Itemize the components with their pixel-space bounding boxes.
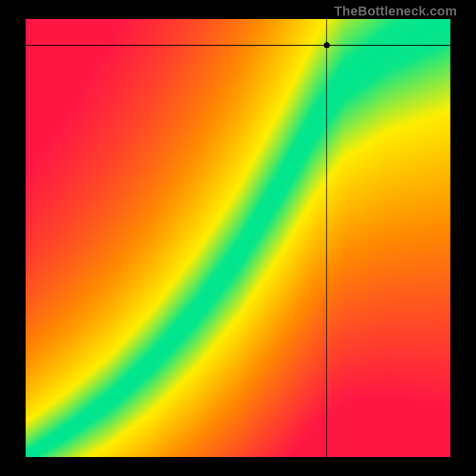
watermark-text: TheBottleneck.com [334, 4, 457, 19]
crosshair-overlay [26, 19, 450, 457]
plot-area [26, 19, 450, 457]
chart-frame: TheBottleneck.com [0, 0, 476, 476]
